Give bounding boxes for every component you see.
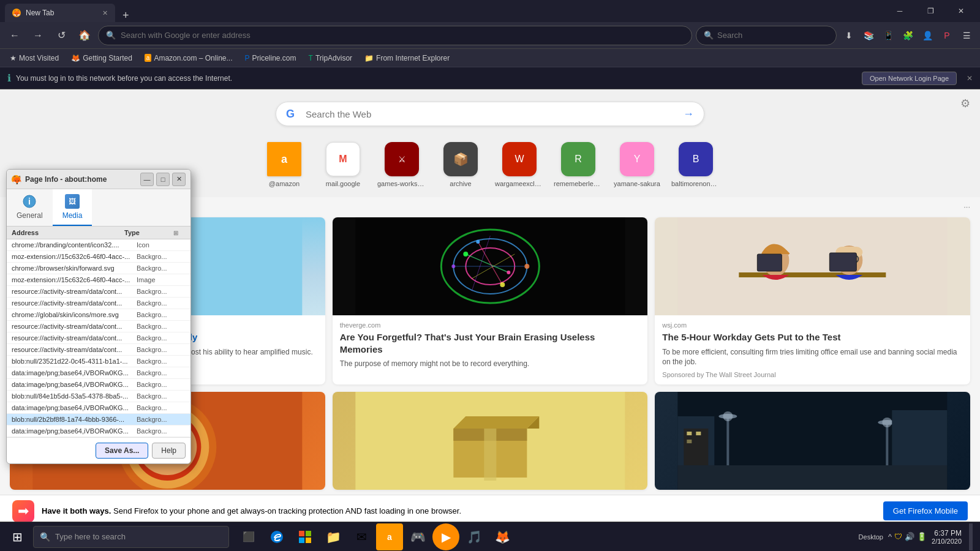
taskbar-firefox-icon[interactable]: 🦊 — [489, 523, 516, 550]
network-login-button[interactable]: Open Network Login Page — [862, 72, 957, 85]
save-as-button[interactable]: Save As... — [96, 443, 148, 459]
article-title[interactable]: The 5-Hour Workday Gets Put to the Test — [662, 331, 963, 343]
col-header-address: Address — [12, 229, 124, 236]
site-wargame[interactable]: W wargameexclusi... — [495, 142, 544, 187]
table-row[interactable]: resource://activity-stream/data/cont... … — [7, 286, 190, 298]
taskbar-search-box[interactable]: 🔍 Type here to search — [33, 526, 229, 548]
site-amazon[interactable]: a @amazon — [260, 142, 309, 187]
taskbar-amazon-icon[interactable]: a — [376, 523, 403, 550]
site-gmail[interactable]: M mail.google — [318, 142, 368, 187]
taskbar-store-icon[interactable] — [292, 523, 318, 550]
library-icon[interactable]: 📚 — [860, 27, 877, 44]
site-archive[interactable]: 📦 archive — [436, 142, 485, 187]
help-button[interactable]: Help — [152, 443, 186, 459]
table-row-selected[interactable]: blob:null/2b2bf8f8-1a74-4bbb-9366-... Ba… — [7, 414, 190, 425]
menu-icon[interactable]: ☰ — [958, 27, 975, 44]
tab-close-btn[interactable]: ✕ — [102, 9, 108, 17]
tray-antivirus-icon[interactable]: 🛡 — [894, 532, 902, 541]
close-button[interactable]: ✕ — [947, 0, 975, 22]
dialog-tab-general[interactable]: i General — [7, 189, 53, 226]
minimize-button[interactable]: ─ — [886, 0, 914, 22]
web-search-bar[interactable]: G → — [276, 102, 704, 126]
search-input[interactable] — [717, 31, 815, 40]
table-row[interactable]: blob:null/23521d22-0c45-4311-b1a1-... Ba… — [7, 356, 190, 367]
forward-button[interactable]: → — [28, 26, 48, 45]
taskbar-edge-icon[interactable] — [263, 523, 290, 550]
table-row[interactable]: data:image/png;base64,iVBORw0KG... Backg… — [7, 379, 190, 391]
get-firefox-mobile-button[interactable]: Get Firefox Mobile — [883, 501, 968, 520]
table-row[interactable]: chrome://branding/content/icon32.... Ico… — [7, 239, 190, 251]
active-tab[interactable]: 🦊 New Tab ✕ — [5, 4, 115, 22]
article-image-brain — [333, 217, 648, 315]
downloads-icon[interactable]: ⬇ — [840, 27, 858, 44]
table-row[interactable]: resource://activity-stream/data/cont... … — [7, 321, 190, 332]
table-row[interactable]: data:image/png;base64,iVBORw0KG... Backg… — [7, 367, 190, 379]
cell-type: Icon — [137, 241, 186, 249]
taskbar-mail-icon[interactable]: ✉ — [348, 523, 375, 550]
taskbar-task-view[interactable]: ⬛ — [235, 523, 262, 550]
desktop-label[interactable]: Desktop — [859, 533, 883, 541]
restore-button[interactable]: ❐ — [916, 0, 944, 22]
dialog-minimize-btn[interactable]: — — [140, 173, 154, 186]
back-button[interactable]: ← — [5, 26, 24, 45]
table-row[interactable]: moz-extension://15c632c6-46f0-4acc-... I… — [7, 274, 190, 286]
address-bar[interactable]: 🔍 — [98, 26, 692, 45]
bookmark-tripadvisor[interactable]: T TripAdvisor — [304, 53, 358, 64]
taskbar-media-icon[interactable]: ▶ — [432, 523, 459, 550]
article-card-office[interactable]: wsj.com The 5-Hour Workday Gets Put to t… — [655, 217, 970, 384]
article-card-dark[interactable] — [655, 392, 970, 490]
tray-volume-icon[interactable]: 🔊 — [905, 532, 914, 541]
bookmark-getting-started[interactable]: 🦊 Getting Started — [66, 53, 137, 64]
table-row[interactable]: chrome://global/skin/icons/more.svg Back… — [7, 309, 190, 321]
web-search-input[interactable] — [306, 109, 677, 119]
site-rememberless[interactable]: R rememeberlesf... — [554, 142, 603, 187]
taskbar-file-explorer[interactable]: 📁 — [320, 523, 347, 550]
dialog-controls: — □ ✕ — [140, 173, 186, 186]
table-row[interactable]: resource://activity-stream/data/cont... … — [7, 332, 190, 344]
article-title[interactable]: Are You Forgetful? That's Just Your Brai… — [340, 331, 641, 355]
extensions-icon[interactable]: 🧩 — [899, 27, 916, 44]
clock-area[interactable]: 6:37 PM 2/10/2020 — [932, 529, 962, 545]
ff-message-text: Have it both ways. Send Firefox to your … — [42, 506, 461, 515]
svg-point-17 — [507, 271, 510, 274]
article-card-box[interactable] — [333, 392, 648, 490]
pocket-icon[interactable]: P — [938, 27, 956, 44]
network-close-icon[interactable]: ✕ — [967, 74, 973, 83]
tray-expand-icon[interactable]: ^ — [888, 532, 892, 541]
bookmark-most-visited[interactable]: ★ Most Visited — [5, 53, 64, 64]
taskbar-winamp-icon[interactable]: 🎵 — [461, 523, 488, 550]
show-desktop-btn[interactable] — [969, 523, 973, 550]
account-icon[interactable]: 👤 — [919, 27, 936, 44]
address-input[interactable] — [121, 31, 684, 40]
pocket-more-icon[interactable]: ··· — [963, 202, 970, 211]
home-button[interactable]: 🏠 — [75, 26, 94, 45]
web-search-submit[interactable]: → — [683, 108, 694, 121]
reload-button[interactable]: ↺ — [51, 26, 71, 45]
dialog-close-btn[interactable]: ✕ — [172, 173, 186, 186]
dialog-maximize-btn[interactable]: □ — [156, 173, 170, 186]
bookmark-amazon[interactable]: a Amazon.com – Online... — [140, 53, 238, 64]
table-row[interactable]: resource://activity-stream/data/cont... … — [7, 344, 190, 356]
synced-tabs-icon[interactable]: 📱 — [880, 27, 897, 44]
table-row[interactable]: data:image/png;base64,iVBORw0KG... Backg… — [7, 402, 190, 414]
start-button[interactable]: ⊞ — [2, 522, 32, 552]
table-row[interactable]: resource://activity-stream/data/cont... … — [7, 298, 190, 309]
table-row[interactable]: blob:null/84e1b5dd-53a5-4378-8ba5-... Ba… — [7, 391, 190, 402]
site-baltimore[interactable]: B baltimorenonvi... — [671, 142, 720, 187]
svg-point-20 — [451, 264, 455, 268]
bookmark-ie-folder[interactable]: 📁 From Internet Explorer — [360, 53, 454, 64]
site-yamane[interactable]: Y yamane-sakura — [612, 142, 662, 187]
settings-icon[interactable]: ⚙ — [960, 97, 970, 110]
cell-type: Backgro... — [137, 323, 186, 330]
table-row[interactable]: moz-extension://15c632c6-46f0-4acc-... B… — [7, 251, 190, 263]
site-games-workshop[interactable]: ⚔ games-workshop — [377, 142, 426, 187]
bookmark-priceline[interactable]: P Priceline.com — [239, 53, 301, 64]
search-box[interactable]: 🔍 — [696, 26, 837, 45]
new-tab-button[interactable]: + — [118, 9, 134, 22]
dialog-tab-media[interactable]: 🖼 Media — [53, 189, 92, 226]
table-row[interactable]: chrome://browser/skin/forward.svg Backgr… — [7, 263, 190, 274]
svg-rect-31 — [830, 253, 857, 271]
table-row[interactable]: data:image/png;base64,iVBORw0KG... Backg… — [7, 425, 190, 437]
taskbar-game-icon[interactable]: 🎮 — [404, 523, 431, 550]
article-card-brain[interactable]: theverge.com Are You Forgetful? That's J… — [333, 217, 648, 384]
